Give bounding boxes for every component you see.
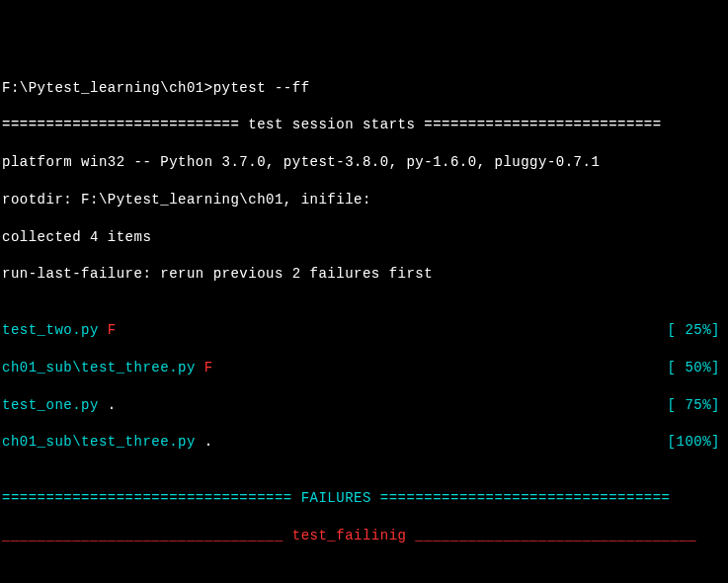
- rule-right: =================================: [371, 489, 671, 508]
- test-result-row: ch01_sub\test_three.py F[ 50%]: [2, 359, 726, 377]
- test-result-row: test_two.py F[ 25%]: [2, 321, 726, 340]
- session-title: test session starts: [248, 116, 415, 134]
- rootdir-line: rootdir: F:\Pytest_learning\ch01, inifil…: [2, 191, 726, 209]
- runlast-line: run-last-failure: rerun previous 2 failu…: [2, 265, 726, 284]
- platform-line: platform win32 -- Python 3.7.0, pytest-3…: [2, 153, 726, 172]
- collected-line: collected 4 items: [2, 228, 726, 247]
- rule-right: ________________________________: [406, 527, 696, 545]
- test-file: ch01_sub\test_three.py: [2, 434, 204, 450]
- test-file: test_one.py: [2, 397, 108, 413]
- failures-title: FAILURES: [301, 489, 371, 508]
- test-mark: .: [204, 434, 213, 450]
- failure-name-rule: ________________________________ test_fa…: [2, 527, 726, 545]
- rule-left: ===========================: [2, 116, 248, 134]
- test-percent: [ 75%]: [668, 396, 726, 415]
- test-mark: .: [108, 397, 117, 413]
- test-mark: F: [204, 360, 213, 375]
- failure-name: test_failinig: [292, 527, 407, 545]
- rule-right: ===========================: [415, 116, 661, 134]
- rule-left: =================================: [2, 489, 301, 508]
- test-result-row: ch01_sub\test_three.py .[100%]: [2, 433, 726, 452]
- failures-header: ================================= FAILUR…: [2, 489, 726, 508]
- test-percent: [ 50%]: [668, 359, 726, 377]
- test-result-row: test_one.py .[ 75%]: [2, 396, 726, 415]
- rule-left: ________________________________: [2, 527, 292, 545]
- test-file: ch01_sub\test_three.py: [2, 360, 204, 375]
- session-start-rule: =========================== test session…: [2, 116, 726, 134]
- test-mark: F: [108, 322, 117, 338]
- terminal-output: F:\Pytest_learning\ch01>pytest --ff ====…: [2, 60, 726, 583]
- prompt-line: F:\Pytest_learning\ch01>pytest --ff: [2, 79, 726, 98]
- test-percent: [ 25%]: [668, 321, 726, 340]
- prompt-path: F:\Pytest_learning\ch01>: [2, 79, 213, 98]
- prompt-command: pytest --ff: [213, 79, 310, 98]
- test-percent: [100%]: [668, 433, 726, 452]
- test-file: test_two.py: [2, 322, 108, 338]
